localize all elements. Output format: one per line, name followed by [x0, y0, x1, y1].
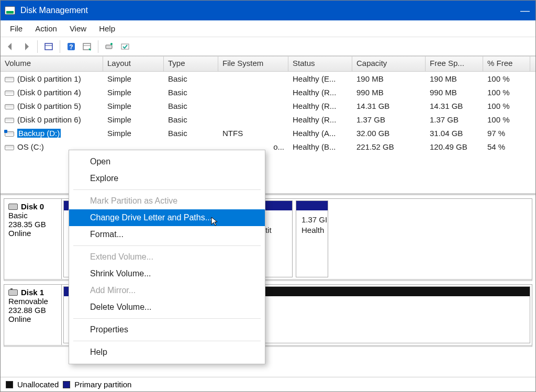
drive-icon: [5, 145, 14, 150]
table-row[interactable]: (Disk 0 partition 1) Simple Basic Health…: [1, 72, 535, 85]
svg-rect-8: [121, 44, 129, 49]
menubar: File Action View Help: [1, 20, 535, 37]
drive-icon: [5, 104, 14, 109]
drive-icon: [5, 118, 14, 123]
table-row[interactable]: (Disk 0 partition 5) Simple Basic Health…: [1, 99, 535, 113]
col-layout[interactable]: Layout: [103, 57, 164, 71]
ctx-explore[interactable]: Explore: [69, 170, 265, 187]
table-row[interactable]: (Disk 0 partition 6) Simple Basic Health…: [1, 113, 535, 126]
help-icon[interactable]: ?: [64, 40, 78, 53]
col-capacity[interactable]: Capacity: [352, 57, 426, 71]
legend-primary: Primary partition: [74, 380, 131, 389]
context-menu: Open Explore Mark Partition as Active Ch…: [69, 150, 265, 364]
primary-swatch: [63, 381, 70, 388]
ctx-mark-active: Mark Partition as Active: [69, 193, 265, 209]
menu-action[interactable]: Action: [29, 22, 63, 35]
back-button[interactable]: [4, 40, 17, 53]
check-icon[interactable]: [118, 40, 132, 53]
legend-unallocated: Unallocated: [17, 380, 59, 389]
svg-point-7: [110, 43, 113, 45]
ctx-help[interactable]: Help: [69, 344, 265, 361]
table-row[interactable]: (Disk 0 partition 4) Simple Basic Health…: [1, 85, 535, 99]
primary-stripe: [296, 201, 328, 210]
ctx-separator: [73, 189, 261, 190]
partition-box[interactable]: 1.37 GIHealth: [296, 200, 328, 277]
col-pct[interactable]: % Free: [483, 57, 530, 71]
properties-icon[interactable]: [42, 40, 55, 53]
legend: Unallocated Primary partition: [1, 377, 535, 391]
drive-icon: [5, 131, 14, 137]
minimize-button[interactable]: —: [519, 4, 531, 17]
menu-help[interactable]: Help: [93, 22, 121, 35]
svg-text:?: ?: [69, 43, 73, 51]
disk1-header[interactable]: Disk 1 Removable 232.88 GB Online: [4, 285, 62, 345]
action-icon[interactable]: [80, 40, 94, 53]
forward-button[interactable]: [19, 40, 33, 53]
titlebar: Disk Management —: [1, 1, 535, 20]
col-status[interactable]: Status: [288, 57, 352, 71]
disk0-header[interactable]: Disk 0 Basic 238.35 GB Online: [4, 199, 62, 279]
ctx-separator: [73, 245, 261, 246]
col-type[interactable]: Type: [164, 57, 218, 71]
menu-view[interactable]: View: [63, 22, 93, 35]
toolbar: ?: [1, 37, 535, 56]
app-icon: [5, 6, 15, 15]
disk-icon[interactable]: [103, 40, 116, 53]
col-volume[interactable]: Volume: [1, 57, 103, 71]
table-row-selected[interactable]: Backup (D:) Simple Basic NTFS Healthy (A…: [1, 126, 535, 140]
col-fs[interactable]: File System: [218, 57, 288, 71]
unallocated-swatch: [6, 381, 13, 388]
drive-icon: [5, 91, 14, 96]
ctx-extend: Extend Volume...: [69, 249, 265, 265]
drive-icon: [5, 77, 14, 82]
cursor-icon: [210, 216, 220, 227]
hdd-icon: [8, 204, 18, 210]
ctx-separator: [73, 341, 261, 341]
ctx-shrink[interactable]: Shrink Volume...: [69, 265, 265, 282]
volumes-list: (Disk 0 partition 1) Simple Basic Health…: [1, 72, 535, 153]
menu-file[interactable]: File: [4, 22, 29, 35]
window-title: Disk Management: [20, 6, 88, 15]
ctx-open[interactable]: Open: [69, 153, 265, 170]
col-free[interactable]: Free Sp...: [426, 57, 483, 71]
volume-columns-header: Volume Layout Type File System Status Ca…: [1, 56, 535, 72]
svg-rect-6: [106, 45, 112, 49]
ctx-delete[interactable]: Delete Volume...: [69, 299, 265, 316]
ctx-change-letter[interactable]: Change Drive Letter and Paths...: [69, 209, 265, 226]
svg-rect-0: [45, 43, 52, 50]
ctx-properties[interactable]: Properties: [69, 321, 265, 338]
ctx-separator: [73, 318, 261, 319]
ctx-format[interactable]: Format...: [69, 226, 265, 243]
ctx-add-mirror: Add Mirror...: [69, 282, 265, 299]
usb-icon: [8, 289, 18, 296]
